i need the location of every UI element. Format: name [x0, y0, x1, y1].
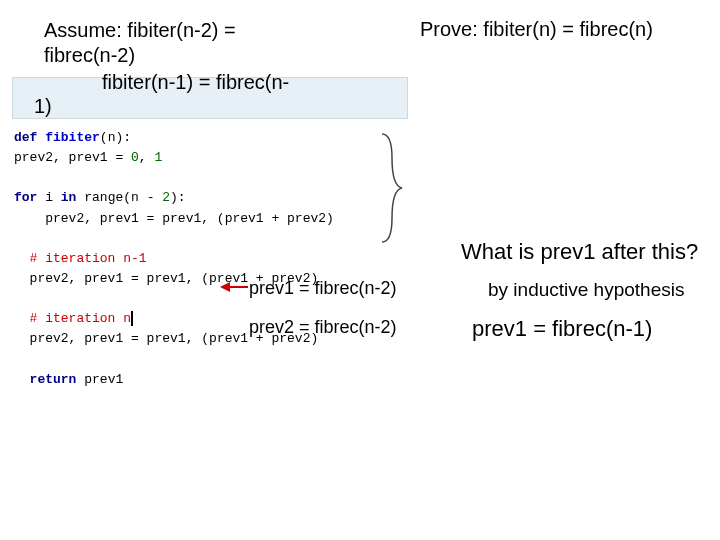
arrow-icon: [220, 282, 250, 300]
brace-icon: [378, 128, 408, 248]
question-text: What is prev1 after this?: [461, 239, 698, 265]
assume-line2: fibrec(n-2): [44, 44, 135, 66]
inductive-hypothesis-text: by inductive hypothesis: [488, 279, 684, 301]
slide: Assume: fibiter(n-2) = fibrec(n-2) Prove…: [0, 0, 720, 540]
prev2-annotation: prev2 = fibrec(n-2): [249, 317, 397, 338]
code-block: def fibiter(n): prev2, prev1 = 0, 1 for …: [14, 128, 334, 390]
assume-line1: Assume: fibiter(n-2) =: [44, 19, 236, 41]
code-comment-n1: # iteration n-1: [14, 249, 334, 269]
hypothesis-2-part1: fibiter(n-1) = fibrec(n-: [102, 71, 289, 94]
code-line-def: def fibiter(n):: [14, 128, 334, 148]
svg-marker-1: [220, 282, 230, 292]
hypothesis-2-part2: 1): [34, 95, 52, 118]
code-line-body: prev2, prev1 = prev1, (prev1 + prev2): [14, 209, 334, 229]
prev1-annotation: prev1 = fibrec(n-2): [249, 278, 397, 299]
code-line-init: prev2, prev1 = 0, 1: [14, 148, 334, 168]
code-line-return: return prev1: [14, 370, 334, 390]
result-text: prev1 = fibrec(n-1): [472, 316, 652, 342]
prove-text: Prove: fibiter(n) = fibrec(n): [420, 18, 653, 41]
code-line-for: for i in range(n - 2):: [14, 188, 334, 208]
assume-text: Assume: fibiter(n-2) = fibrec(n-2): [44, 18, 236, 68]
